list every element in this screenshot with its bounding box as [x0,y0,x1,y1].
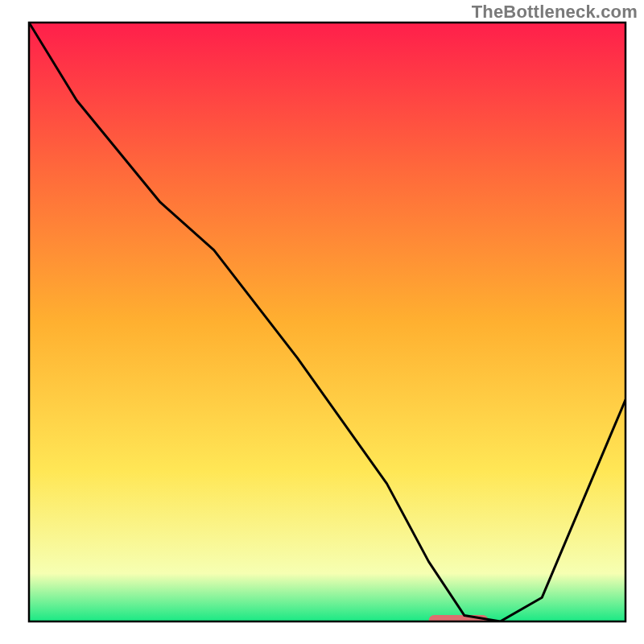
plot-background [29,23,625,621]
chart-svg [0,0,644,644]
chart-stage: TheBottleneck.com [0,0,644,644]
